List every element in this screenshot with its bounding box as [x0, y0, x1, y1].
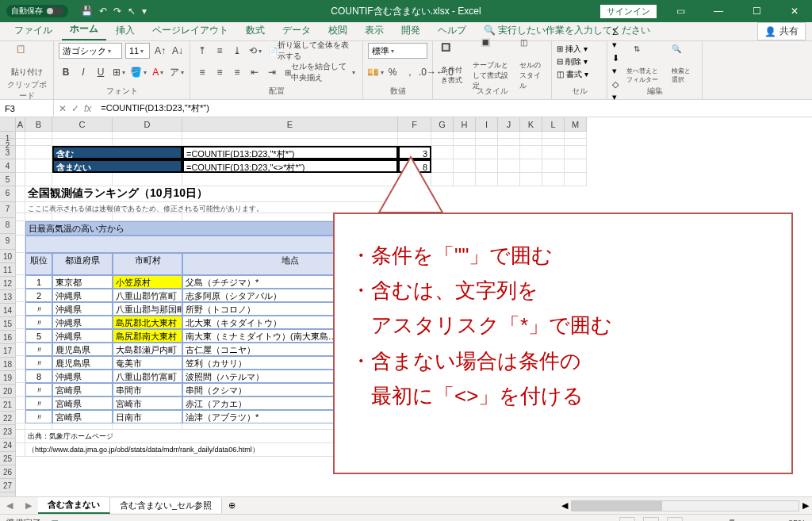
scroll-left-icon[interactable]: ◀ [558, 500, 571, 511]
row-header-15[interactable]: 15 [0, 317, 15, 331]
close-icon[interactable]: ✕ [780, 0, 809, 22]
pointer-icon[interactable]: ↖ [128, 6, 136, 17]
row-header-12[interactable]: 12 [0, 277, 15, 290]
row-header-14[interactable]: 14 [0, 304, 15, 317]
col-header-E[interactable]: E [182, 117, 398, 132]
align-right-icon[interactable]: ≡ [230, 64, 244, 80]
row-header-5[interactable]: 5 [0, 173, 15, 186]
enter-formula-icon[interactable]: ✓ [71, 103, 79, 114]
merge-button[interactable]: ⊞ セルを結合して中央揃え [282, 64, 358, 80]
tab-review[interactable]: 校閲 [320, 21, 355, 40]
result-r3[interactable]: 3 [398, 146, 431, 159]
cancel-formula-icon[interactable]: ✕ [59, 103, 67, 114]
rank-cell[interactable]: 〃 [25, 396, 52, 410]
label-r3[interactable]: 含む [52, 146, 182, 159]
city-cell[interactable]: 八重山郡与那国町 [113, 302, 182, 316]
formula-r3[interactable]: =COUNTIF(D13:D23,"*村*") [182, 146, 398, 159]
formula-r4[interactable]: =COUNTIF(D13:D23,"<>*村*") [182, 159, 398, 173]
row-header-10[interactable]: 10 [0, 250, 15, 263]
col-header-L[interactable]: L [542, 117, 565, 132]
row-header-19[interactable]: 19 [0, 371, 15, 385]
col-header-G[interactable]: G [431, 117, 454, 132]
pref-cell[interactable]: 沖縄県 [52, 370, 113, 383]
sheet-tab-2[interactable]: 含む含まない_セル参照 [110, 498, 222, 513]
pref-cell[interactable]: 宮崎県 [52, 396, 113, 410]
row-header-8[interactable]: 8 [0, 218, 15, 234]
tab-insert[interactable]: 挿入 [108, 21, 143, 40]
fill-button[interactable]: ⬇ ▾ [612, 52, 620, 78]
signin-button[interactable]: サインイン [600, 5, 657, 18]
sheet-tab-1[interactable]: 含む含まない [38, 497, 110, 514]
scroll-right-icon[interactable]: ▶ [799, 500, 812, 511]
zoom-in-icon[interactable]: + [776, 519, 780, 522]
row-header-21[interactable]: 21 [0, 398, 15, 412]
rank-cell[interactable]: 〃 [25, 316, 52, 329]
city-cell[interactable]: 奄美市 [113, 356, 182, 370]
rank-cell[interactable]: 2 [25, 289, 52, 302]
row-header-20[interactable]: 20 [0, 385, 15, 398]
formula-input[interactable]: =COUNTIF(D13:D23,"*村*") [96, 102, 812, 114]
rank-cell[interactable]: 5 [25, 329, 52, 343]
name-box[interactable]: F3 [0, 100, 54, 117]
format-cells-button[interactable]: ◫ 書式 ▾ [557, 68, 602, 81]
insert-cells-button[interactable]: ⊞ 挿入 ▾ [557, 43, 602, 56]
city-cell[interactable]: 小笠原村 [113, 275, 182, 289]
pref-cell[interactable]: 東京都 [52, 275, 113, 289]
table-format-button[interactable]: 🔳テーブルとして書式設定 [469, 36, 513, 93]
rank-cell[interactable]: 〃 [25, 356, 52, 370]
tab-formulas[interactable]: 数式 [238, 21, 273, 40]
label-r4[interactable]: 含まない [52, 159, 182, 173]
pref-cell[interactable]: 鹿児島県 [52, 343, 113, 356]
row-header-7[interactable]: 7 [0, 202, 15, 218]
align-bottom-icon[interactable]: ⤓ [230, 43, 244, 59]
sheet-nav-prev-icon[interactable]: ◀ [0, 500, 19, 511]
delete-cells-button[interactable]: ⊟ 削除 ▾ [557, 56, 602, 68]
column-headers[interactable]: ABCDEFGHIJKLM [16, 117, 587, 132]
pref-cell[interactable]: 沖縄県 [52, 329, 113, 343]
row-header-2[interactable]: 2 [0, 139, 15, 146]
row-header-11[interactable]: 11 [0, 263, 15, 277]
border-button[interactable]: ⊞ [111, 64, 126, 80]
tbl-header-1[interactable]: 都道府県 [52, 253, 113, 275]
pagebreak-view-icon[interactable] [667, 517, 683, 522]
indent-increase-icon[interactable]: ⇥ [265, 64, 279, 80]
col-header-C[interactable]: C [52, 117, 113, 132]
col-header-D[interactable]: D [113, 117, 182, 132]
fill-color-button[interactable]: 🪣 [129, 64, 147, 80]
autosave-toggle[interactable]: 自動保存 [6, 5, 68, 17]
align-center-icon[interactable]: ≡ [213, 64, 227, 80]
tab-developer[interactable]: 開発 [393, 21, 428, 40]
underline-button[interactable]: U [94, 64, 108, 80]
save-icon[interactable]: 💾 [81, 6, 93, 17]
col-header-B[interactable]: B [25, 117, 52, 132]
worksheet-area[interactable]: ABCDEFGHIJKLM 12345678910111213141516171… [0, 117, 812, 496]
pref-cell[interactable]: 宮崎県 [52, 383, 113, 396]
row-header-24[interactable]: 24 [0, 439, 15, 452]
add-sheet-icon[interactable]: ⊕ [222, 500, 242, 511]
percent-icon[interactable]: % [385, 64, 400, 80]
row-header-22[interactable]: 22 [0, 412, 15, 425]
col-header-J[interactable]: J [498, 117, 520, 132]
row-header-4[interactable]: 4 [0, 159, 15, 173]
sort-filter-button[interactable]: ⇅並べ替えとフィルター [623, 43, 665, 86]
currency-icon[interactable]: 💴 [368, 64, 382, 80]
city-cell[interactable]: 八重山郡竹富町 [113, 289, 182, 302]
rank-cell[interactable]: 〃 [25, 383, 52, 396]
font-name-select[interactable]: 游ゴシック [59, 43, 122, 59]
undo-icon[interactable]: ↶ [99, 6, 107, 17]
tab-view[interactable]: 表示 [357, 21, 392, 40]
phonetic-button[interactable]: ア [168, 64, 185, 80]
align-middle-icon[interactable]: ≡ [213, 43, 227, 59]
rank-cell[interactable]: 〃 [25, 343, 52, 356]
tbl-header-2[interactable]: 市町村 [113, 253, 182, 275]
increase-font-icon[interactable]: A↑ [153, 43, 167, 59]
tab-data[interactable]: データ [274, 21, 319, 40]
pref-cell[interactable]: 宮崎県 [52, 410, 113, 423]
row-headers[interactable]: 1234567891011121314151617181920212223242… [0, 132, 16, 496]
col-header-H[interactable]: H [454, 117, 476, 132]
col-header-A[interactable]: A [16, 117, 25, 132]
bold-button[interactable]: B [59, 64, 73, 80]
horizontal-scrollbar[interactable]: ◀ ▶ [558, 500, 812, 512]
orientation-icon[interactable]: ⟲ [247, 43, 262, 59]
rank-cell[interactable]: 〃 [25, 410, 52, 423]
